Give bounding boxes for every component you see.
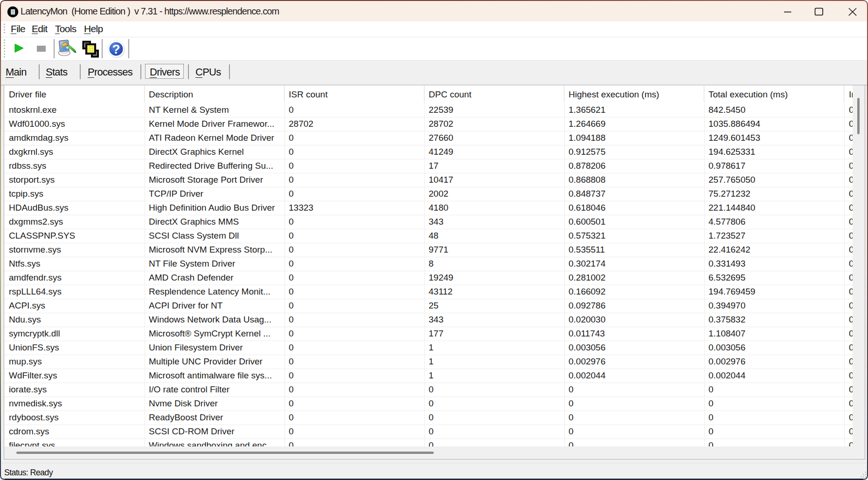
svg-text:?: ? — [112, 42, 120, 56]
